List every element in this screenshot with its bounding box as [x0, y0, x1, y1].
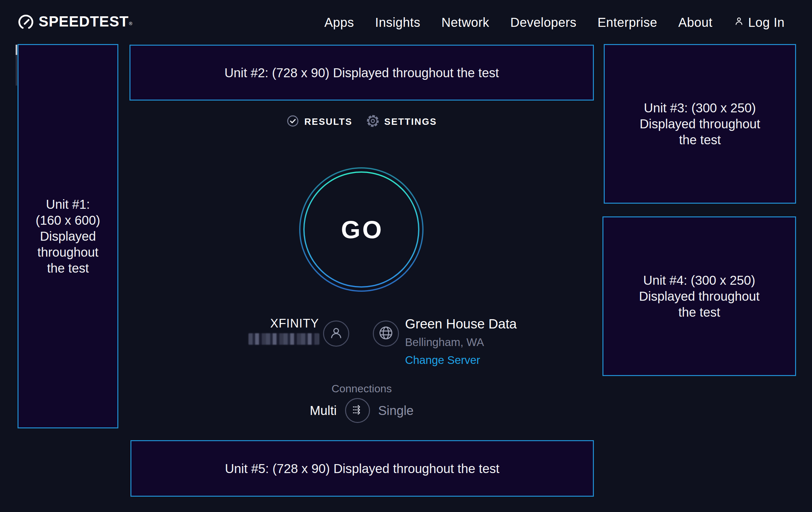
connections-multi-option[interactable]: Multi — [310, 403, 337, 418]
login-label: Log In — [748, 15, 785, 30]
go-button-label: GO — [339, 215, 383, 244]
isp-badge — [323, 321, 349, 347]
results-settings-tabs: RESULTS SETTINGS — [129, 114, 594, 130]
nav-item-network[interactable]: Network — [441, 15, 489, 30]
connections-toggle-row: Multi Single — [129, 398, 594, 423]
ad-scrollbar-artifact — [16, 45, 17, 85]
connections-toggle[interactable] — [345, 398, 370, 423]
server-location: Bellingham, WA — [405, 335, 517, 349]
nav-item-developers[interactable]: Developers — [510, 15, 576, 30]
gear-icon — [367, 115, 379, 129]
speedometer-gauge-icon — [18, 13, 34, 32]
nav-item-about[interactable]: About — [678, 15, 713, 30]
server-name: Green House Data — [405, 316, 517, 332]
nav-item-insights[interactable]: Insights — [375, 15, 420, 30]
ad-unit-3-text: Unit #3: (300 x 250) Displayed throughou… — [639, 100, 760, 148]
trademark-symbol: ® — [129, 21, 133, 26]
ad-unit-3-rectangle: Unit #3: (300 x 250) Displayed throughou… — [604, 44, 796, 204]
nav-menu: Apps Insights Network Developers Enterpr… — [324, 15, 785, 30]
ad-unit-4-rectangle: Unit #4: (300 x 250) Displayed throughou… — [603, 216, 796, 376]
ad-unit-4-text: Unit #4: (300 x 250) Displayed throughou… — [639, 272, 759, 320]
ad-unit-1-skyscraper: Unit #1: (160 x 600) Displayed throughou… — [18, 44, 118, 428]
server-badge — [373, 321, 399, 347]
tab-results[interactable]: RESULTS — [286, 115, 352, 129]
ad-unit-1-text: Unit #1: (160 x 600) Displayed throughou… — [36, 196, 100, 276]
connections-single-option[interactable]: Single — [378, 403, 414, 418]
isp-name: XFINITY — [223, 317, 319, 330]
ip-address-redacted — [249, 333, 319, 345]
server-info: Green House Data Bellingham, WA Change S… — [405, 316, 517, 367]
go-button-inner-ring: GO — [303, 171, 419, 288]
top-nav: SPEEDTEST® Apps Insights Network Develop… — [0, 0, 812, 45]
ad-unit-5-text: Unit #5: (728 x 90) Displayed throughout… — [225, 461, 499, 477]
nav-item-apps[interactable]: Apps — [324, 15, 354, 30]
tab-settings[interactable]: SETTINGS — [367, 115, 437, 129]
connections-label: Connections — [129, 382, 594, 395]
tab-settings-label: SETTINGS — [384, 116, 437, 127]
person-icon — [733, 15, 744, 30]
nav-item-enterprise[interactable]: Enterprise — [597, 15, 657, 30]
login-button[interactable]: Log In — [733, 15, 785, 30]
person-icon — [329, 326, 344, 342]
tab-results-label: RESULTS — [304, 116, 352, 127]
logo-wordmark: SPEEDTEST — [38, 13, 129, 30]
check-circle-icon — [286, 115, 299, 129]
change-server-link[interactable]: Change Server — [405, 353, 480, 367]
go-button[interactable]: GO — [299, 167, 424, 292]
ad-scrollbar-thumb — [16, 45, 17, 55]
speedtest-page: SPEEDTEST® Apps Insights Network Develop… — [0, 0, 812, 512]
multi-arrows-icon — [351, 403, 364, 418]
ad-unit-5-leaderboard: Unit #5: (728 x 90) Displayed throughout… — [130, 440, 594, 497]
ad-unit-2-leaderboard: Unit #2: (728 x 90) Displayed throughout… — [129, 45, 594, 101]
globe-icon — [378, 325, 394, 342]
ad-unit-2-text: Unit #2: (728 x 90) Displayed throughout… — [225, 65, 499, 81]
speedtest-logo[interactable]: SPEEDTEST® — [18, 13, 132, 32]
